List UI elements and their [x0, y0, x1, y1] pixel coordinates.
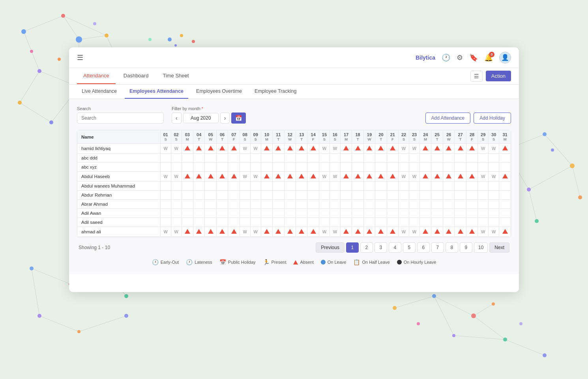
- cell-6-20: [387, 200, 398, 209]
- cell-4-3: [193, 182, 205, 191]
- showing-text: Showing 1 - 10: [79, 245, 110, 250]
- on-leave-icon: [321, 260, 326, 265]
- add-attendance-btn[interactable]: Add Attendance: [425, 113, 471, 124]
- cell-4-13: [307, 182, 319, 191]
- date-header-20: 20T: [375, 130, 387, 144]
- cell-2-24: [431, 163, 443, 172]
- filter-icon-btn[interactable]: ☰: [470, 71, 483, 82]
- cell-4-0: [160, 182, 171, 191]
- tab-timesheet[interactable]: Time Sheet: [156, 68, 195, 84]
- cell-8-13: [307, 218, 319, 227]
- page-btn-9[interactable]: 9: [460, 242, 472, 253]
- svg-point-27: [180, 34, 183, 37]
- cell-4-27: [466, 182, 478, 191]
- cell-7-3: [193, 209, 205, 218]
- absent-cell: [367, 174, 372, 178]
- absent-cell: [458, 229, 463, 234]
- weekend-cell: W: [243, 229, 247, 234]
- date-header-04: 04T: [193, 130, 205, 144]
- absent-cell: [390, 229, 395, 234]
- clock-icon[interactable]: 🕐: [442, 53, 450, 62]
- weekend-cell: W: [163, 174, 167, 179]
- svg-line-48: [79, 316, 126, 332]
- svg-line-3: [24, 32, 39, 71]
- cell-7-27: [466, 209, 478, 218]
- date-header-12: 12W: [284, 130, 296, 144]
- svg-point-41: [578, 195, 582, 199]
- bell-icon[interactable]: 🔔 0: [484, 53, 493, 62]
- tab-attendance[interactable]: Attendance: [77, 68, 116, 84]
- legend-on-hourly-leave: On Hourly Leave: [397, 260, 436, 265]
- cell-0-21: W: [399, 144, 409, 154]
- cell-8-22: [409, 218, 420, 227]
- tab-dashboard[interactable]: Dashboard: [117, 68, 155, 84]
- svg-line-47: [39, 316, 79, 332]
- sub-tab-overtime[interactable]: Employees Overtime: [191, 84, 247, 99]
- absent-cell: [287, 229, 293, 234]
- weekend-cell: W: [322, 174, 326, 179]
- next-btn[interactable]: Next: [489, 242, 509, 253]
- cell-5-25: [443, 191, 454, 200]
- page-btn-7[interactable]: 7: [431, 242, 444, 253]
- cell-1-30: [499, 154, 511, 163]
- bookmark-icon[interactable]: 🔖: [469, 53, 478, 62]
- page-btn-8[interactable]: 8: [446, 242, 458, 253]
- legend-absent: Absent: [293, 260, 313, 265]
- cell-9-21: W: [399, 227, 409, 237]
- date-header-07: 07F: [228, 130, 240, 144]
- cell-9-0: W: [160, 227, 171, 237]
- cell-7-30: [499, 209, 511, 218]
- settings-icon[interactable]: ⚙: [457, 53, 463, 62]
- cell-5-30: [499, 191, 511, 200]
- cell-1-13: [307, 154, 319, 163]
- cell-7-24: [431, 209, 443, 218]
- absent-cell: [423, 229, 428, 234]
- sub-tab-employees[interactable]: Employees Attendance: [125, 84, 188, 99]
- weekend-cell: W: [402, 229, 406, 234]
- weekend-cell: W: [492, 146, 496, 151]
- cell-5-2: [182, 191, 193, 200]
- absent-cell: [219, 146, 225, 150]
- weekend-cell: W: [402, 174, 406, 179]
- prev-btn[interactable]: Previous: [316, 242, 345, 253]
- weekend-cell: W: [322, 229, 326, 234]
- cell-1-26: [455, 154, 466, 163]
- table-row: Adil Awan: [77, 209, 511, 218]
- hamburger-icon[interactable]: ☰: [77, 53, 83, 62]
- table-row: hamid IkhtiyaqWWWWWWWWWW: [77, 144, 511, 154]
- cell-6-26: [455, 200, 466, 209]
- svg-point-25: [148, 38, 152, 41]
- page-btn-10[interactable]: 10: [474, 242, 488, 253]
- cell-0-30: [499, 144, 511, 154]
- search-input[interactable]: [77, 113, 164, 124]
- cell-1-14: [319, 154, 330, 163]
- sub-tab-tracking[interactable]: Employee Tracking: [250, 84, 301, 99]
- avatar[interactable]: 👤: [499, 52, 511, 64]
- cell-1-10: [273, 154, 284, 163]
- page-btn-2[interactable]: 2: [360, 242, 373, 253]
- absent-cell: [231, 229, 237, 234]
- svg-point-23: [30, 50, 33, 53]
- cell-7-16: [340, 209, 352, 218]
- page-btn-6[interactable]: 6: [417, 242, 430, 253]
- cell-0-5: [216, 144, 228, 154]
- action-btn[interactable]: Action: [486, 71, 511, 81]
- page-btn-1[interactable]: 1: [346, 242, 359, 253]
- cell-5-29: [489, 191, 499, 200]
- legend-on-leave-label: On Leave: [328, 260, 346, 265]
- main-tabs: Attendance Dashboard Time Sheet ☰ Action: [69, 68, 519, 84]
- cell-8-30: [499, 218, 511, 227]
- date-header-23: 23S: [409, 130, 420, 144]
- page-btn-5[interactable]: 5: [403, 242, 416, 253]
- cell-7-5: [216, 209, 228, 218]
- page-btn-4[interactable]: 4: [389, 242, 401, 253]
- page-btn-3[interactable]: 3: [375, 242, 387, 253]
- month-next-btn[interactable]: ›: [220, 113, 230, 124]
- cell-4-5: [216, 182, 228, 191]
- add-holiday-btn[interactable]: Add Holiday: [474, 113, 511, 124]
- legend-present: 🏃 Present: [263, 259, 287, 265]
- cell-4-8: [250, 182, 261, 191]
- month-prev-btn[interactable]: ‹: [172, 113, 182, 124]
- calendar-btn[interactable]: 📅: [231, 113, 246, 124]
- sub-tab-live[interactable]: Live Attendance: [77, 84, 122, 99]
